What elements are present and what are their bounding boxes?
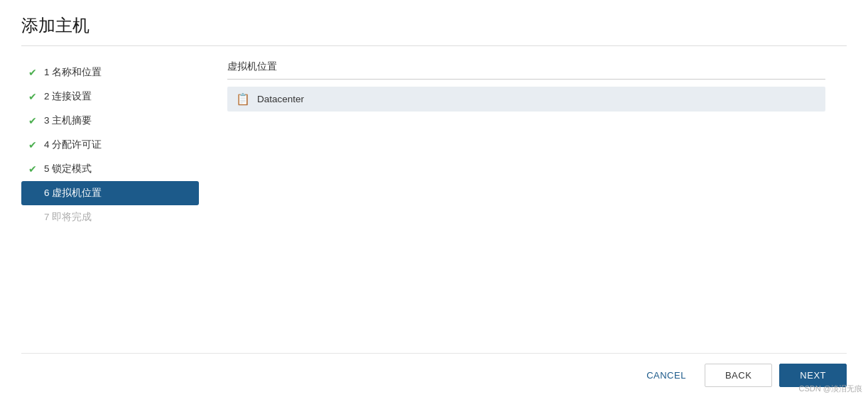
sidebar-item-step2[interactable]: ✔2 连接设置 [21, 85, 199, 109]
check-icon: ✔ [28, 139, 40, 151]
page-title: 添加主机 [21, 14, 847, 46]
content-area: ✔1 名称和位置✔2 连接设置✔3 主机摘要✔4 分配许可证✔5 锁定模式6 虚… [21, 46, 847, 353]
check-icon: ✔ [28, 115, 40, 126]
datacenter-icon: 📋 [236, 92, 250, 106]
check-icon: ✔ [28, 67, 40, 78]
sidebar-item-label: 7 即将完成 [44, 211, 92, 224]
sidebar-item-step1[interactable]: ✔1 名称和位置 [21, 60, 199, 85]
page-container: 添加主机 ✔1 名称和位置✔2 连接设置✔3 主机摘要✔4 分配许可证✔5 锁定… [0, 0, 868, 397]
datacenter-row[interactable]: 📋 Datacenter [227, 87, 825, 112]
check-icon: ✔ [28, 163, 40, 175]
sidebar-item-label: 4 分配许可证 [44, 138, 102, 151]
sidebar-item-step7[interactable]: 7 即将完成 [21, 205, 199, 229]
sidebar-item-step3[interactable]: ✔3 主机摘要 [21, 109, 199, 133]
sidebar-item-label: 5 锁定模式 [44, 163, 92, 175]
footer: CANCEL BACK NEXT [21, 353, 847, 397]
datacenter-label: Datacenter [257, 94, 304, 104]
sidebar-item-step6[interactable]: 6 虚拟机位置 [21, 181, 199, 205]
watermark: CSDN @淡泪无痕 [799, 384, 862, 394]
sidebar: ✔1 名称和位置✔2 连接设置✔3 主机摘要✔4 分配许可证✔5 锁定模式6 虚… [21, 46, 206, 353]
section-title: 虚拟机位置 [227, 60, 825, 80]
cancel-button[interactable]: CANCEL [635, 364, 698, 386]
sidebar-item-step5[interactable]: ✔5 锁定模式 [21, 157, 199, 181]
back-button[interactable]: BACK [705, 364, 772, 387]
main-content: 虚拟机位置 📋 Datacenter [206, 46, 847, 353]
sidebar-item-label: 1 名称和位置 [44, 66, 102, 79]
sidebar-item-label: 3 主机摘要 [44, 114, 92, 127]
sidebar-item-label: 2 连接设置 [44, 90, 92, 103]
sidebar-item-step4[interactable]: ✔4 分配许可证 [21, 133, 199, 157]
sidebar-item-label: 6 虚拟机位置 [44, 187, 102, 200]
check-icon: ✔ [28, 91, 40, 102]
